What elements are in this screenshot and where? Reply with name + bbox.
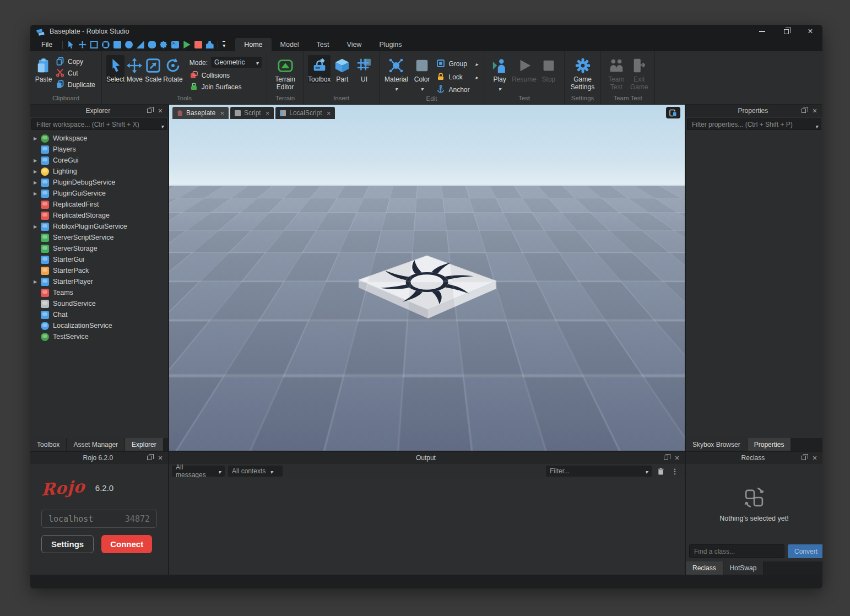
contexts-filter-dropdown[interactable]: All contexts [228, 466, 283, 477]
sphere-icon[interactable] [123, 38, 134, 51]
color-button[interactable]: Color [410, 55, 435, 93]
collisions-button[interactable]: Collisions [187, 70, 264, 80]
find-class-input[interactable] [689, 544, 784, 558]
dock-tab[interactable]: HotSwap [723, 561, 764, 575]
join-surfaces-button[interactable]: Join Surfaces [187, 82, 264, 91]
material-button[interactable]: Material [384, 55, 409, 93]
viewport[interactable]: Baseplate Script LocalScript [169, 105, 685, 451]
float-panel-icon[interactable] [147, 109, 151, 113]
move-tool-icon[interactable] [77, 38, 88, 51]
dock-tab[interactable]: Properties [748, 438, 792, 451]
output-log-area[interactable] [169, 478, 685, 575]
ui-button[interactable]: UI [354, 55, 375, 83]
tree-item[interactable]: PluginDebugService [30, 177, 168, 188]
chevron-down-icon[interactable] [395, 83, 398, 93]
expand-arrow-icon[interactable] [34, 279, 41, 284]
document-tab[interactable]: Script [230, 107, 274, 119]
tree-item[interactable]: SoundService [30, 298, 168, 309]
ribbon-tab[interactable]: Model [272, 38, 308, 51]
group-button[interactable]: Group [435, 58, 479, 68]
ribbon-tab[interactable]: View [338, 38, 371, 51]
rojo-host-input[interactable]: localhost 34872 [41, 510, 157, 528]
document-tab[interactable]: Baseplate [172, 107, 229, 119]
part-button[interactable]: Part [332, 55, 353, 83]
play-here-icon[interactable] [204, 38, 215, 51]
duplicate-button[interactable]: Duplicate [53, 79, 98, 89]
explorer-filter-input[interactable] [31, 118, 167, 130]
chevron-down-icon[interactable] [499, 83, 501, 93]
clear-output-button[interactable] [655, 466, 666, 477]
chevron-down-icon[interactable] [815, 121, 818, 131]
terrain-editor-button[interactable]: Terrain Editor [272, 55, 299, 91]
quick-access-overflow-icon[interactable] [220, 41, 230, 51]
resume-button[interactable]: Resume [512, 55, 537, 83]
tree-item[interactable]: Lighting [30, 166, 168, 177]
expand-arrow-icon[interactable] [34, 180, 41, 185]
close-tab-icon[interactable] [327, 108, 331, 118]
game-settings-button[interactable]: Game Settings [569, 55, 596, 91]
tree-item[interactable]: ServerStorage [30, 243, 168, 254]
dock-tab[interactable]: Asset Manager [67, 438, 125, 451]
stop-button[interactable]: Stop [538, 55, 560, 83]
expand-arrow-icon[interactable] [34, 158, 41, 163]
wedge-icon[interactable] [134, 38, 146, 51]
tree-item[interactable]: RobloxPluginGuiService [30, 221, 168, 232]
close-panel-icon[interactable] [158, 106, 163, 116]
select-button[interactable]: Select [106, 55, 124, 83]
tree-item[interactable]: LocalizationService [30, 320, 168, 331]
close-tab-icon[interactable] [266, 108, 270, 118]
scale-button[interactable]: Scale [144, 55, 162, 83]
dock-tab[interactable]: Toolbox [30, 438, 67, 451]
expand-arrow-icon[interactable] [34, 224, 41, 229]
convert-button[interactable]: Convert [788, 544, 822, 558]
cylinder-icon[interactable] [146, 38, 158, 51]
command-bar-icon[interactable] [169, 38, 181, 51]
dock-tab[interactable]: Skybox Browser [686, 438, 748, 451]
select-tool-icon[interactable] [65, 38, 77, 51]
output-filter-dropdown[interactable]: Filter... [546, 466, 652, 477]
tree-item[interactable]: StarterPack [30, 265, 168, 276]
chevron-down-icon[interactable] [161, 121, 164, 131]
close-panel-icon[interactable] [675, 453, 679, 463]
anchor-button[interactable]: Anchor [435, 85, 479, 94]
close-panel-icon[interactable] [813, 453, 817, 463]
tree-item[interactable]: ReplicatedFirst [30, 199, 168, 210]
document-tab[interactable]: LocalScript [275, 107, 335, 119]
tree-item[interactable]: CoreGui [30, 155, 168, 166]
minimize-button[interactable] [750, 25, 774, 38]
tree-item[interactable]: Players [30, 144, 168, 155]
float-panel-icon[interactable] [802, 109, 806, 113]
lock-button[interactable]: Lock [435, 72, 479, 82]
run-play-icon[interactable] [181, 38, 192, 51]
chevron-right-icon[interactable] [475, 72, 478, 82]
ribbon-tab[interactable]: Home [235, 38, 271, 51]
close-panel-icon[interactable] [813, 106, 817, 116]
ribbon-tab[interactable]: Plugins [370, 38, 410, 51]
rojo-settings-button[interactable]: Settings [41, 535, 94, 553]
rotate-tool-icon[interactable] [100, 38, 111, 51]
cut-button[interactable]: Cut [53, 68, 98, 78]
tree-item[interactable]: Workspace [30, 133, 168, 144]
restore-button[interactable] [774, 25, 798, 38]
tree-item[interactable]: StarterPlayer [30, 276, 168, 287]
tree-item[interactable]: Teams [30, 287, 168, 298]
studio-settings-icon[interactable] [158, 38, 169, 51]
move-button[interactable]: Move [126, 55, 143, 83]
close-tab-icon[interactable] [220, 108, 224, 118]
tree-item[interactable]: PluginGuiService [30, 188, 168, 199]
device-emulator-button[interactable] [666, 107, 680, 118]
rotate-button[interactable]: Rotate [163, 55, 182, 83]
toolbox-button[interactable]: Toolbox [308, 55, 331, 83]
copy-button[interactable]: Copy [53, 56, 98, 66]
expand-arrow-icon[interactable] [34, 191, 41, 196]
rojo-connect-button[interactable]: Connect [101, 535, 152, 553]
tree-item[interactable]: ServerScriptService [30, 232, 168, 243]
team-test-button[interactable]: Team Test [605, 55, 627, 91]
part-cube-icon[interactable] [111, 38, 123, 51]
messages-filter-dropdown[interactable]: All messages [172, 466, 225, 477]
paste-button[interactable]: Paste [35, 55, 52, 83]
dock-tab[interactable]: Reclass [686, 561, 723, 575]
spawn-location-platform[interactable] [354, 251, 500, 334]
chevron-right-icon[interactable] [475, 58, 478, 68]
stop-icon[interactable] [192, 38, 204, 51]
